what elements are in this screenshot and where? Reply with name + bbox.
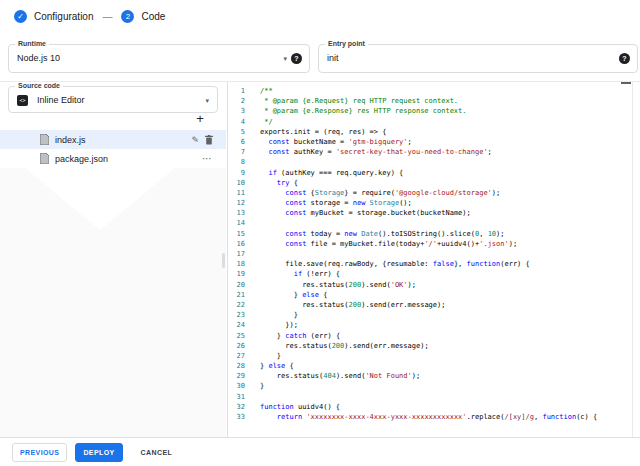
code-line-text: try { bbox=[245, 178, 298, 188]
code-line[interactable]: 28} else { bbox=[229, 361, 632, 371]
code-line-text: res.status(404).send('Not Found'); bbox=[245, 371, 420, 381]
more-actions-icon[interactable]: ⋯ bbox=[202, 153, 213, 164]
code-line[interactable]: 26 res.status(200).send(err.message); bbox=[229, 341, 632, 351]
file-row-package-json[interactable]: package.json ⋯ bbox=[0, 149, 226, 168]
code-line-text: /** bbox=[245, 86, 273, 96]
code-line[interactable]: 16 const file = myBucket.file(today+'/'+… bbox=[229, 239, 632, 249]
entry-point-field[interactable]: Entry point init ? bbox=[318, 44, 638, 73]
code-line-text: res.status(200).send(err.message); bbox=[245, 300, 445, 310]
code-line[interactable]: 24 }); bbox=[229, 320, 632, 330]
line-number: 6 bbox=[229, 137, 245, 147]
code-line[interactable]: 1/** bbox=[229, 86, 632, 96]
line-number: 33 bbox=[229, 412, 245, 422]
code-line[interactable]: 6 const bucketName = 'gtm-bigquery'; bbox=[229, 137, 632, 147]
line-number: 19 bbox=[229, 269, 245, 279]
code-line[interactable]: 25 } catch (err) { bbox=[229, 331, 632, 341]
code-line-text: */ bbox=[245, 117, 273, 127]
previous-button[interactable]: PREVIOUS bbox=[12, 443, 67, 462]
code-line[interactable]: 22 res.status(200).send(err.message); bbox=[229, 300, 632, 310]
code-line[interactable]: 30} bbox=[229, 381, 632, 391]
file-icon bbox=[40, 153, 49, 164]
code-line[interactable]: 9 if (authKey === req.query.key) { bbox=[229, 168, 632, 178]
inline-editor-icon: <> bbox=[17, 95, 28, 106]
line-number: 13 bbox=[229, 208, 245, 218]
editor-scrollbar-thumb[interactable] bbox=[621, 82, 631, 84]
code-line[interactable]: 18 file.save(req.rawBody, {resumable: fa… bbox=[229, 259, 632, 269]
code-line-text: } else { bbox=[245, 290, 327, 300]
step-code-label[interactable]: Code bbox=[141, 11, 165, 22]
code-line[interactable]: 14 bbox=[229, 218, 632, 228]
code-line[interactable]: 15 const today = new Date().toISOString(… bbox=[229, 229, 632, 239]
code-line[interactable]: 31 bbox=[229, 392, 632, 402]
runtime-help-icon[interactable]: ? bbox=[291, 53, 302, 64]
code-line[interactable]: 33 return 'xxxxxxxx-xxxx-4xxx-yxxx-xxxxx… bbox=[229, 412, 632, 422]
code-line-text: * @param {e.Request} req HTTP request co… bbox=[245, 96, 458, 106]
code-line-text: } bbox=[245, 310, 298, 320]
wizard-stepper: ✓ Configuration — 2 Code bbox=[14, 8, 165, 24]
code-line-text: const today = new Date().toISOString().s… bbox=[245, 229, 505, 239]
code-line[interactable]: 7 const authKey = 'secret-key-that-you-n… bbox=[229, 147, 632, 157]
code-line-text: file.save(req.rawBody, {resumable: false… bbox=[245, 259, 530, 269]
line-number: 14 bbox=[229, 218, 245, 228]
code-line[interactable]: 27 } bbox=[229, 351, 632, 361]
deploy-button[interactable]: DEPLOY bbox=[75, 443, 122, 462]
code-line-text: const file = myBucket.file(today+'/'+uui… bbox=[245, 239, 517, 249]
code-line[interactable]: 29 res.status(404).send('Not Found'); bbox=[229, 371, 632, 381]
chevron-down-icon[interactable]: ▾ bbox=[283, 55, 287, 63]
code-line-text: return 'xxxxxxxx-xxxx-4xxx-yxxx-xxxxxxxx… bbox=[245, 412, 597, 422]
code-line-text: if (!err) { bbox=[245, 269, 340, 279]
code-line[interactable]: 10 try { bbox=[229, 178, 632, 188]
code-line[interactable]: 8 bbox=[229, 157, 632, 167]
file-row-index-js[interactable]: index.js ✎ bbox=[0, 130, 226, 149]
entry-point-input[interactable]: init bbox=[327, 45, 339, 72]
code-line[interactable]: 17 bbox=[229, 249, 632, 259]
code-line[interactable]: 23 } bbox=[229, 310, 632, 320]
code-line-text: }); bbox=[245, 320, 298, 330]
code-line-text bbox=[245, 392, 260, 402]
step-configuration-label[interactable]: Configuration bbox=[34, 11, 93, 22]
delete-file-icon[interactable] bbox=[205, 135, 213, 145]
step-code-number-badge[interactable]: 2 bbox=[121, 10, 134, 23]
code-line[interactable]: 13 const myBucket = storage.bucket(bucke… bbox=[229, 208, 632, 218]
line-number: 7 bbox=[229, 147, 245, 157]
file-panel-scrollbar[interactable] bbox=[222, 253, 225, 268]
line-number: 31 bbox=[229, 392, 245, 402]
code-line[interactable]: 20 res.status(200).send('OK'); bbox=[229, 280, 632, 290]
runtime-select[interactable]: Runtime Node.js 10 ▾ ? bbox=[8, 44, 310, 73]
code-line[interactable]: 3 * @param {e.Response} res HTTP respons… bbox=[229, 106, 632, 116]
line-number: 26 bbox=[229, 341, 245, 351]
code-line-text: const authKey = 'secret-key-that-you-nee… bbox=[245, 147, 492, 157]
file-name: package.json bbox=[55, 154, 108, 164]
code-line[interactable]: 2 * @param {e.Request} req HTTP request … bbox=[229, 96, 632, 106]
line-number: 27 bbox=[229, 351, 245, 361]
code-line[interactable]: 5exports.init = (req, res) => { bbox=[229, 127, 632, 137]
source-code-value: Inline Editor bbox=[37, 87, 85, 114]
line-number: 28 bbox=[229, 361, 245, 371]
code-line[interactable]: 11 const {Storage} = require('@google-cl… bbox=[229, 188, 632, 198]
code-line-text: } else { bbox=[245, 361, 294, 371]
code-line[interactable]: 21 } else { bbox=[229, 290, 632, 300]
line-number: 32 bbox=[229, 402, 245, 412]
code-editor[interactable]: 1/**2 * @param {e.Request} req HTTP requ… bbox=[229, 82, 633, 437]
file-name: index.js bbox=[55, 135, 86, 145]
step-configuration-check-icon[interactable]: ✓ bbox=[14, 10, 27, 23]
rename-file-icon[interactable]: ✎ bbox=[191, 135, 199, 145]
code-line[interactable]: 4 */ bbox=[229, 117, 632, 127]
code-line[interactable]: 12 const storage = new Storage(); bbox=[229, 198, 632, 208]
add-file-button[interactable]: + bbox=[193, 112, 207, 126]
code-line-text: } catch (err) { bbox=[245, 331, 340, 341]
entry-point-help-icon[interactable]: ? bbox=[619, 53, 630, 64]
code-line[interactable]: 32function uuidv4() { bbox=[229, 402, 632, 412]
source-code-select[interactable]: Source code <> Inline Editor ▾ bbox=[8, 86, 218, 113]
wizard-footer: PREVIOUS DEPLOY CANCEL bbox=[0, 437, 640, 466]
chevron-down-icon[interactable]: ▾ bbox=[205, 97, 209, 105]
code-line-text: const {Storage} = require('@google-cloud… bbox=[245, 188, 500, 198]
line-number: 5 bbox=[229, 127, 245, 137]
code-line-text: const storage = new Storage(); bbox=[245, 198, 412, 208]
file-panel-empty-area bbox=[0, 168, 226, 437]
code-line[interactable]: 19 if (!err) { bbox=[229, 269, 632, 279]
code-line-text: if (authKey === req.query.key) { bbox=[245, 168, 403, 178]
file-icon bbox=[40, 134, 49, 145]
cancel-button[interactable]: CANCEL bbox=[131, 444, 183, 461]
code-line-text bbox=[245, 157, 260, 167]
